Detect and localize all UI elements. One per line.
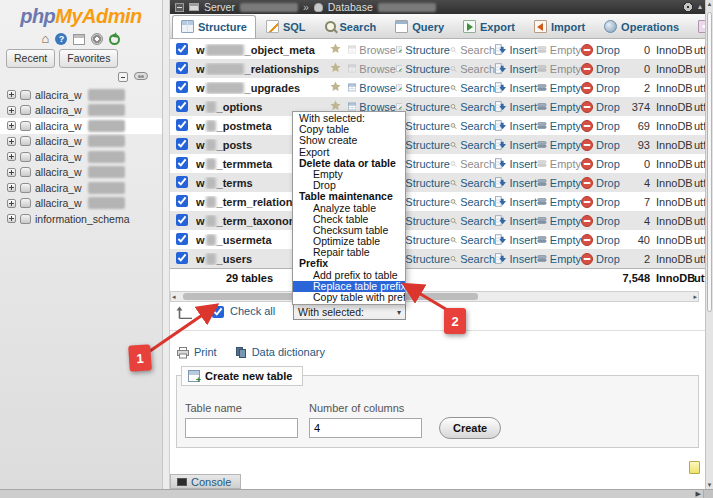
row-checkbox[interactable] [176, 214, 188, 226]
drop-link[interactable]: Drop [581, 253, 620, 265]
search-link[interactable]: Search [450, 177, 495, 189]
tab[interactable]: Search [316, 15, 386, 38]
empty-link[interactable]: Empty [537, 234, 581, 246]
browse-link[interactable]: Browse [348, 82, 396, 94]
drop-link[interactable]: Drop [581, 234, 620, 246]
drop-link[interactable]: Drop [581, 215, 620, 227]
tab[interactable]: Structure [172, 15, 256, 38]
menu-item[interactable]: Table maintenance [293, 191, 405, 202]
unlink-panel-icon[interactable] [134, 72, 148, 80]
insert-link[interactable]: Insert [495, 253, 537, 265]
expand-plus-icon[interactable] [7, 106, 16, 115]
menu-item[interactable]: Drop [293, 180, 405, 191]
menu-item[interactable]: Copy table with prefix [293, 292, 405, 303]
sidebar-database-item[interactable]: allacira_w [0, 165, 162, 181]
breadcrumb-database[interactable]: Database [328, 1, 373, 13]
empty-link[interactable]: Empty [537, 215, 581, 227]
menu-item[interactable]: Copy table [293, 124, 405, 135]
tab[interactable]: Query [386, 15, 453, 38]
menu-item[interactable]: Delete data or table [293, 158, 405, 169]
scroll-left-icon[interactable]: ◂ [172, 292, 176, 301]
window-horizontal-scrollbar[interactable]: ▶ [0, 489, 713, 498]
sidebar-database-item[interactable]: allacira_w [0, 180, 162, 196]
sidebar-database-item[interactable]: allacira_w [0, 118, 162, 134]
print-link[interactable]: Print [176, 346, 217, 359]
home-icon[interactable]: ⌂ [42, 33, 50, 45]
search-link[interactable]: Search [450, 253, 495, 265]
row-checkbox[interactable] [176, 252, 188, 264]
row-checkbox[interactable] [176, 157, 188, 169]
search-link[interactable]: Search [450, 196, 495, 208]
favorites-button[interactable]: Favorites [59, 49, 118, 68]
browse-link[interactable]: Browse [348, 44, 396, 56]
menu-item[interactable]: Check table [293, 214, 405, 225]
search-link[interactable]: Search [450, 101, 495, 113]
console-tab[interactable]: Console [170, 474, 241, 489]
menu-item[interactable]: Show create [293, 135, 405, 146]
row-checkbox[interactable] [176, 138, 188, 150]
collapse-all-icon[interactable] [118, 72, 128, 82]
expand-plus-icon[interactable] [7, 214, 16, 223]
insert-link[interactable]: Insert [495, 63, 537, 75]
row-checkbox[interactable] [176, 119, 188, 131]
empty-link[interactable]: Empty [537, 82, 581, 94]
check-all-checkbox[interactable] [212, 306, 224, 318]
menu-item[interactable]: Empty [293, 169, 405, 180]
drop-link[interactable]: Drop [581, 158, 620, 170]
scroll-right-icon[interactable]: ▸ [693, 292, 697, 301]
insert-link[interactable]: Insert [495, 196, 537, 208]
help-icon[interactable]: ? [55, 33, 67, 45]
structure-link[interactable]: Structure [396, 82, 450, 94]
tab[interactable]: Export [454, 15, 524, 38]
new-window-icon[interactable] [689, 461, 700, 474]
settings-icon[interactable] [91, 33, 103, 45]
menu-item[interactable]: With selected: [293, 113, 405, 124]
menu-item[interactable]: Analyze table [293, 203, 405, 214]
sidebar-database-item[interactable]: allacira_w [0, 196, 162, 212]
phpmyadmin-logo[interactable]: phpMyAdmin [0, 0, 162, 28]
row-checkbox[interactable] [176, 81, 188, 93]
horizontal-scrollbar[interactable]: ◂ ▸ [170, 291, 699, 302]
structure-link[interactable]: Structure [396, 63, 450, 75]
menu-item[interactable]: Add prefix to table [293, 270, 405, 281]
sidebar-resize-handle[interactable] [163, 0, 170, 498]
menu-item[interactable]: Prefix [293, 258, 405, 269]
row-checkbox[interactable] [176, 62, 188, 74]
scroll-up-icon[interactable]: ▲ [706, 1, 713, 7]
drop-link[interactable]: Drop [581, 177, 620, 189]
menu-item[interactable]: Repair table [293, 247, 405, 258]
expand-plus-icon[interactable] [7, 199, 16, 208]
empty-link[interactable]: Empty [537, 196, 581, 208]
search-link[interactable]: Search [450, 63, 495, 75]
expand-plus-icon[interactable] [7, 90, 16, 99]
insert-link[interactable]: Insert [495, 139, 537, 151]
tab[interactable]: Import [525, 15, 594, 38]
row-checkbox[interactable] [176, 43, 188, 55]
empty-link[interactable]: Empty [537, 44, 581, 56]
expand-plus-icon[interactable] [7, 137, 16, 146]
search-link[interactable]: Search [450, 120, 495, 132]
drop-link[interactable]: Drop [581, 63, 620, 75]
menu-item-selected[interactable]: Replace table prefix [293, 281, 405, 292]
drop-link[interactable]: Drop [581, 82, 620, 94]
create-button[interactable]: Create [439, 417, 501, 439]
table-name[interactable]: w_relationships [196, 63, 330, 75]
empty-link[interactable]: Empty [537, 177, 581, 189]
favorite-star-icon[interactable] [330, 81, 348, 94]
drop-link[interactable]: Drop [581, 101, 620, 113]
data-dictionary-link[interactable]: Data dictionary [235, 346, 325, 359]
reload-navigation-icon[interactable] [109, 34, 120, 45]
search-link[interactable]: Search [450, 215, 495, 227]
insert-link[interactable]: Insert [495, 234, 537, 246]
expand-plus-icon[interactable] [7, 183, 16, 192]
expand-plus-icon[interactable] [7, 168, 16, 177]
table-name[interactable]: w_object_meta [196, 44, 330, 56]
recent-button[interactable]: Recent [6, 49, 55, 68]
vertical-scrollbar[interactable]: ▲ ▼ [705, 0, 713, 489]
row-checkbox[interactable] [176, 100, 188, 112]
favorite-star-icon[interactable] [330, 62, 348, 75]
search-link[interactable]: Search [450, 82, 495, 94]
menu-item[interactable]: Optimize table [293, 236, 405, 247]
empty-link[interactable]: Empty [537, 101, 581, 113]
with-selected-dropdown[interactable]: With selected: ▾ [293, 304, 406, 320]
